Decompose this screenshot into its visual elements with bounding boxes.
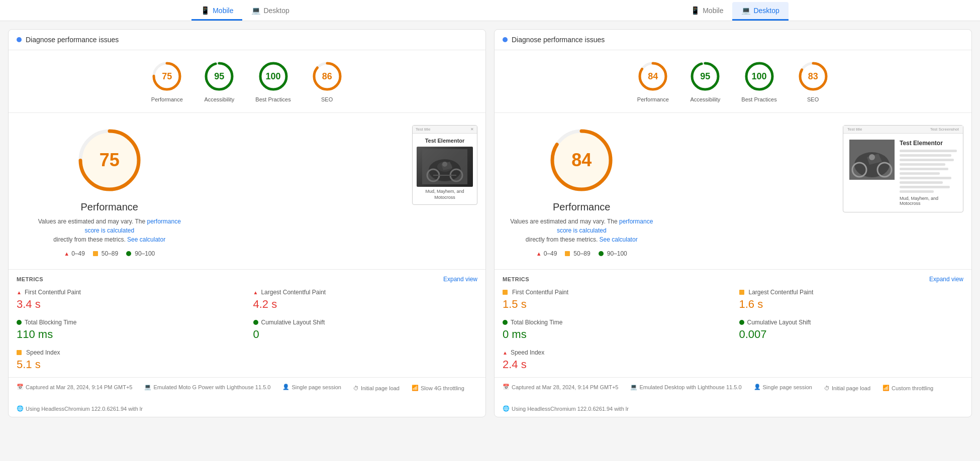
left-score-performance: 75 Performance: [151, 60, 183, 102]
left-perf-desc: Values are estimated and may vary. The p…: [34, 217, 185, 244]
left-perf-score-label: Performance: [151, 96, 183, 102]
right-metrics-section: METRICS Expand view First Contentful Pai…: [495, 270, 971, 377]
right-fcp-value: 1.5 s: [503, 298, 727, 311]
right-acc-score-label: Accessibility: [690, 96, 720, 102]
right-footer: 📅 Captured at Mar 28, 2024, 9:14 PM GMT+…: [495, 377, 971, 417]
panel-dot-right: [503, 37, 508, 42]
right-legend: ▲ 0–49 50–89 90–100: [536, 250, 627, 257]
right-metric-lcp: Largest Contentful Paint 1.6 s: [739, 289, 964, 311]
svg-point-35: [869, 154, 875, 160]
left-tab-desktop[interactable]: 💻 Desktop: [242, 2, 298, 21]
right-score-performance: 84 Performance: [637, 60, 669, 102]
right-perf-score-label: Performance: [637, 96, 669, 102]
right-tab-mobile[interactable]: 📱 Mobile: [681, 2, 732, 21]
left-footer: 📅 Captured at Mar 28, 2024, 9:14 PM GMT+…: [9, 377, 485, 417]
right-si-value: 2.4 s: [503, 358, 727, 371]
right-expand-link[interactable]: Expand view: [929, 276, 963, 283]
right-bp-score-value: 100: [751, 71, 766, 82]
left-metric-lcp: ▲ Largest Contentful Paint 4.2 s: [253, 289, 478, 311]
right-tab-desktop[interactable]: 💻 Desktop: [732, 2, 788, 21]
left-seo-score-label: SEO: [321, 96, 333, 102]
left-screenshot: Test title ✕ Test Elementor: [412, 125, 477, 205]
left-metrics-section: METRICS Expand view ▲ First Contentful P…: [9, 270, 485, 377]
right-metric-fcp: First Contentful Paint 1.5 s: [503, 289, 727, 311]
left-si-value: 5.1 s: [17, 358, 241, 371]
left-fcp-value: 3.4 s: [17, 298, 241, 311]
svg-point-18: [442, 162, 447, 167]
left-score-best-practices: 100 Best Practices: [255, 60, 290, 102]
right-seo-score-value: 83: [808, 71, 818, 82]
left-tab-group: 📱 Mobile 💻 Desktop: [191, 2, 299, 21]
left-big-score: 75: [100, 150, 120, 171]
left-acc-score-label: Accessibility: [204, 96, 234, 102]
desktop-icon-right: 💻: [741, 6, 751, 15]
right-panel: Diagnose performance issues 84 Performan…: [494, 29, 972, 417]
left-expand-link[interactable]: Expand view: [443, 276, 477, 283]
left-panel-title: Diagnose performance issues: [26, 36, 119, 44]
left-tab-mobile[interactable]: 📱 Mobile: [191, 2, 242, 21]
right-metric-cls: Cumulative Layout Shift 0.007: [739, 319, 964, 341]
left-score-accessibility: 95 Accessibility: [203, 60, 235, 102]
left-lcp-value: 4.2 s: [253, 298, 478, 311]
desktop-icon-left: 💻: [251, 6, 261, 15]
left-metric-fcp: ▲ First Contentful Paint 3.4 s: [17, 289, 241, 311]
left-metric-si: Speed Index 5.1 s: [17, 349, 241, 371]
left-big-circle: 75: [74, 125, 145, 195]
right-tbt-value: 0 ms: [503, 328, 727, 341]
right-big-score: 84: [571, 150, 592, 171]
left-acc-score-value: 95: [214, 71, 224, 82]
right-score-accessibility: 95 Accessibility: [689, 60, 721, 102]
left-performance-section: 75 Performance Values are estimated and …: [9, 113, 485, 270]
left-screenshot-img: [417, 147, 473, 187]
left-bp-score-label: Best Practices: [255, 96, 290, 102]
right-score-best-practices: 100 Best Practices: [741, 60, 776, 102]
left-seo-score-value: 86: [322, 71, 332, 82]
right-metric-tbt: Total Blocking Time 0 ms: [503, 319, 727, 341]
right-metrics-header: METRICS Expand view: [503, 276, 963, 283]
right-perf-score-value: 84: [648, 71, 658, 82]
left-scores-row: 75 Performance 95 Accessibility: [9, 50, 485, 113]
right-seo-score-label: SEO: [807, 96, 819, 102]
right-metric-si: ▲ Speed Index 2.4 s: [503, 349, 727, 371]
left-cls-value: 0: [253, 328, 478, 341]
left-legend: ▲ 0–49 50–89 90–100: [64, 250, 155, 257]
left-see-calc-link[interactable]: See calculator: [127, 236, 165, 243]
right-scores-row: 84 Performance 95 Accessibility: [495, 50, 971, 113]
right-screenshot-img: [849, 140, 895, 180]
right-big-circle: 84: [546, 125, 617, 195]
right-tab-group: 📱 Mobile 💻 Desktop: [681, 2, 789, 21]
left-panel: Diagnose performance issues 75 Performan…: [8, 29, 486, 417]
left-metrics-grid: ▲ First Contentful Paint 3.4 s ▲ Largest…: [17, 289, 477, 371]
left-metrics-label: METRICS: [17, 276, 43, 282]
right-score-seo: 83 SEO: [797, 60, 829, 102]
right-panel-title: Diagnose performance issues: [512, 36, 605, 44]
right-acc-score-value: 95: [700, 71, 710, 82]
right-see-calc-link[interactable]: See calculator: [600, 236, 638, 243]
right-perf-left: 84 Performance Values are estimated and …: [503, 125, 661, 257]
right-lcp-value: 1.6 s: [739, 298, 964, 311]
left-perf-score-value: 75: [162, 71, 172, 82]
right-bp-score-label: Best Practices: [741, 96, 776, 102]
right-screenshot: Test title Test Screenshot: [843, 125, 963, 212]
left-tbt-value: 110 ms: [17, 328, 241, 341]
left-metric-tbt: Total Blocking Time 110 ms: [17, 319, 241, 341]
mobile-icon-right: 📱: [691, 6, 700, 15]
left-bp-score-value: 100: [265, 71, 280, 82]
right-performance-section: 84 Performance Values are estimated and …: [495, 113, 971, 270]
right-perf-desc: Values are estimated and may vary. The p…: [506, 217, 657, 244]
left-score-seo: 86 SEO: [311, 60, 343, 102]
left-metric-cls: Cumulative Layout Shift 0: [253, 319, 478, 341]
right-perf-title: Performance: [553, 201, 611, 213]
mobile-icon-left: 📱: [201, 6, 210, 15]
right-metrics-grid: First Contentful Paint 1.5 s Largest Con…: [503, 289, 963, 371]
panel-dot-left: [17, 37, 22, 42]
right-metrics-label: METRICS: [503, 276, 529, 282]
left-perf-title: Performance: [81, 201, 139, 213]
left-metrics-header: METRICS Expand view: [17, 276, 477, 283]
left-perf-left: 75 Performance Values are estimated and …: [17, 125, 203, 257]
right-cls-value: 0.007: [739, 328, 964, 341]
